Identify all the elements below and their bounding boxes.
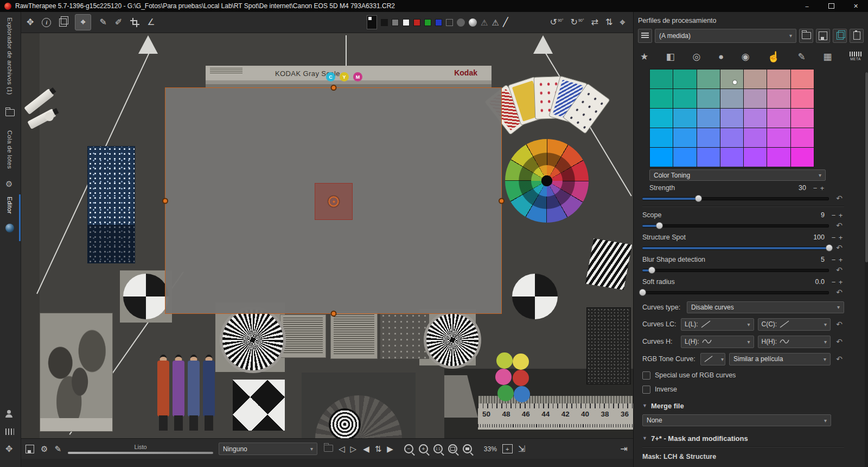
palette-swatch[interactable] xyxy=(791,70,814,89)
preview-gray-button[interactable] xyxy=(392,19,399,26)
palette-swatch[interactable] xyxy=(650,109,673,128)
blur-shape-decrement[interactable]: − xyxy=(830,256,837,264)
palette-swatch[interactable] xyxy=(744,109,767,128)
color-toning-select[interactable]: Color Toning ▾ xyxy=(649,169,826,181)
palette-swatch[interactable] xyxy=(650,89,673,108)
slider-thumb[interactable] xyxy=(695,195,702,202)
tab-transform[interactable]: ▦ xyxy=(823,52,832,61)
merge-file-section-header[interactable]: ▼ Merge file xyxy=(642,401,844,411)
profile-fill-mode-button[interactable] xyxy=(638,29,652,43)
tab-metadata[interactable]: META xyxy=(850,52,861,61)
navigate-updown-button[interactable]: ⇅ xyxy=(375,444,382,454)
sharpening-mask-icon[interactable] xyxy=(469,18,477,27)
shadow-clipping-warning-icon[interactable]: ⚠ xyxy=(481,18,488,27)
zoom-fit-crop-button[interactable] xyxy=(463,444,472,453)
palette-swatch[interactable] xyxy=(744,128,767,147)
strength-slider[interactable] xyxy=(642,194,829,202)
strength-decrement[interactable]: − xyxy=(812,184,819,192)
next-image-disabled-button[interactable]: ▷ xyxy=(350,444,357,454)
palette-swatch[interactable] xyxy=(673,128,696,147)
spot-center-area[interactable] xyxy=(315,183,353,220)
info-icon[interactable]: i xyxy=(42,18,51,27)
curves-h-reset-button[interactable]: ↶ xyxy=(834,337,844,346)
spot-handle-top[interactable] xyxy=(330,85,336,91)
maximize-button[interactable] xyxy=(819,0,844,12)
blur-shape-increment[interactable]: + xyxy=(837,256,844,264)
spot-center-marker[interactable] xyxy=(329,197,339,207)
soft-radius-reset-button[interactable]: ↶ xyxy=(834,288,844,296)
tab-color[interactable]: ● xyxy=(718,52,724,61)
mask-section-header[interactable]: ▼ 7+* - Mask and modifications xyxy=(642,433,844,443)
color-picker-icon[interactable]: ✐ xyxy=(115,18,122,27)
palette-swatch[interactable] xyxy=(650,70,673,89)
close-button[interactable]: ✕ xyxy=(844,0,868,12)
detail-window-button[interactable]: + xyxy=(502,444,513,453)
tab-detail[interactable]: ◎ xyxy=(692,52,700,61)
tab-exposure[interactable]: ◧ xyxy=(666,52,675,61)
structure-spot-slider[interactable] xyxy=(642,244,829,251)
soft-radius-decrement[interactable]: − xyxy=(830,278,837,286)
rgb-tone-curve-reset-button[interactable]: ↶ xyxy=(834,355,844,363)
crop-tool-icon[interactable] xyxy=(130,18,139,27)
tab-file-browser[interactable]: Explorador de archivos (1) xyxy=(7,17,13,95)
structure-spot-reset-button[interactable]: ↶ xyxy=(834,243,844,252)
rotate-left-button[interactable]: ↺90° xyxy=(550,18,563,27)
strength-reset-button[interactable]: ↶ xyxy=(834,194,844,203)
slider-thumb[interactable] xyxy=(656,222,663,229)
palette-swatch[interactable] xyxy=(697,148,720,167)
tab-batch-queue[interactable]: Cola de lotes xyxy=(7,130,13,169)
spot-handle-bottom[interactable] xyxy=(330,311,336,317)
special-rgb-checkbox[interactable]: Special use of RGB curves xyxy=(642,371,844,380)
palette-swatch[interactable] xyxy=(720,89,743,108)
tab-advanced[interactable]: ◉ xyxy=(742,52,750,61)
channel-green-button[interactable] xyxy=(424,19,431,26)
palette-swatch[interactable] xyxy=(767,109,790,128)
rgb-curve-type-select[interactable]: ▾ xyxy=(700,353,725,365)
lockable-picker-icon[interactable]: ⌖ xyxy=(620,16,626,28)
palette-swatch[interactable] xyxy=(673,89,696,108)
focus-mask-icon[interactable] xyxy=(457,18,465,27)
save-profile-button[interactable] xyxy=(816,29,830,43)
hh-curve-select[interactable]: H(H): ▾ xyxy=(758,336,831,348)
slider-thumb[interactable] xyxy=(639,289,646,296)
tab-favorites[interactable]: ★ xyxy=(640,52,648,61)
palette-swatch[interactable] xyxy=(720,148,743,167)
pan-icon[interactable]: ✥ xyxy=(5,444,12,454)
palette-swatch[interactable] xyxy=(697,128,720,147)
zoom-out-button[interactable]: − xyxy=(404,444,413,453)
paste-profile-button[interactable] xyxy=(850,29,864,43)
highlight-clipping-warning-icon[interactable]: ⚠ xyxy=(492,18,499,27)
curves-lc-reset-button[interactable]: ↶ xyxy=(834,320,844,329)
open-folder-button[interactable] xyxy=(324,444,333,454)
palette-swatch[interactable] xyxy=(791,148,814,167)
previous-image-disabled-button[interactable]: ◁ xyxy=(339,444,345,454)
structure-spot-increment[interactable]: + xyxy=(837,234,844,242)
rgb-tone-curve-select[interactable]: Similar a película ▾ xyxy=(729,353,831,365)
palette-swatch[interactable] xyxy=(744,89,767,108)
palette-swatch[interactable] xyxy=(720,70,743,89)
structure-spot-decrement[interactable]: − xyxy=(830,234,837,242)
slider-thumb[interactable] xyxy=(648,267,655,274)
barcode-icon[interactable] xyxy=(5,427,14,437)
lh-curve-select[interactable]: L(H): ▾ xyxy=(681,336,754,348)
scope-value[interactable]: 9 xyxy=(821,211,825,219)
scope-slider[interactable] xyxy=(642,222,829,229)
queue-processing-button[interactable]: ⚙ xyxy=(41,445,48,453)
palette-swatch[interactable] xyxy=(767,148,790,167)
color-profile-select[interactable]: Ninguno ▾ xyxy=(219,443,317,455)
image-preview-canvas[interactable]: KODAK Gray Scale C Y M Kodak xyxy=(21,33,633,438)
rotate-right-button[interactable]: ↻90° xyxy=(570,18,584,27)
tab-raw-edit[interactable]: ✎ xyxy=(797,52,805,61)
palette-swatch[interactable] xyxy=(791,128,814,147)
scope-increment[interactable]: + xyxy=(837,211,844,219)
strength-value[interactable]: 30 xyxy=(799,184,806,192)
curves-type-select[interactable]: Disable curves ▾ xyxy=(687,301,844,313)
palette-swatch[interactable] xyxy=(650,148,673,167)
tab-local-adjustments[interactable]: ☝ xyxy=(767,52,780,62)
spot-handle-right[interactable] xyxy=(499,198,505,204)
palette-swatch[interactable] xyxy=(767,70,790,89)
palette-swatch[interactable] xyxy=(744,70,767,89)
channel-red-button[interactable] xyxy=(413,19,420,26)
blur-shape-slider[interactable] xyxy=(642,266,829,274)
fullscreen-button[interactable]: ⇲ xyxy=(518,445,525,453)
